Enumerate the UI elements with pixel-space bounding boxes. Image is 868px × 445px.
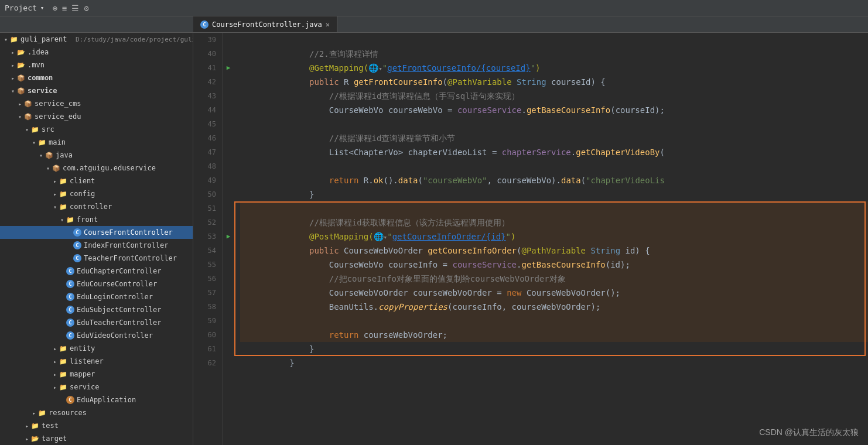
- tree-item-front[interactable]: 📁 front: [0, 213, 193, 226]
- toolbar-icon-1[interactable]: ⊕: [52, 4, 57, 13]
- tree-item-package[interactable]: 📦 com.atguigu.eduservice: [0, 162, 193, 174]
- arrow-service-cms: [16, 101, 23, 107]
- folder-icon-client: 📁: [59, 176, 68, 186]
- config-label: config: [70, 190, 95, 198]
- tree-item-service-top[interactable]: 📦 service: [0, 84, 193, 97]
- folder-icon-java: 📦: [45, 150, 54, 160]
- common-label: common: [28, 74, 53, 82]
- toolbar-icon-2[interactable]: ≡: [62, 4, 67, 13]
- eduteacher-label: EduTeacherController: [77, 319, 162, 327]
- tab-icon: C: [200, 20, 209, 29]
- arrow-controller: [52, 204, 59, 210]
- folder-icon-guli: 📁: [9, 35, 19, 44]
- dropdown-icon[interactable]: ▾: [40, 4, 45, 12]
- tree-item-service-edu[interactable]: 📦 service_edu: [0, 110, 193, 123]
- tree-item-service-cms[interactable]: 📦 service_cms: [0, 97, 193, 110]
- toolbar-icon-3[interactable]: ☰: [71, 4, 79, 13]
- java-c-icon-eduapp: C: [66, 395, 75, 405]
- folder-icon-listener: 📁: [59, 357, 68, 366]
- eduapp-label: EduApplication: [77, 396, 136, 404]
- code-line-61: }: [240, 342, 868, 356]
- java-label: java: [56, 151, 73, 159]
- tree-item-index-front[interactable]: C IndexFrontController: [0, 239, 193, 252]
- guli-parent-label: guli_parent D:/study/java/code/project/g…: [20, 35, 193, 43]
- java-c-icon-teacherfront: C: [73, 254, 82, 263]
- code-line-48: return R.ok().data("courseWebVo", course…: [240, 159, 868, 173]
- tree-item-service-nested[interactable]: 📁 service: [0, 381, 193, 393]
- code-line-50: [240, 187, 868, 201]
- package-label: com.atguigu.eduservice: [63, 164, 156, 172]
- tree-item-main[interactable]: 📁 main: [0, 136, 193, 149]
- tab-close-icon[interactable]: ✕: [326, 20, 330, 29]
- main-label: main: [49, 138, 66, 146]
- folder-icon-service-nested: 📁: [59, 382, 68, 392]
- code-line-59: return courseWebVoOrder;: [240, 314, 868, 328]
- folder-icon-package: 📦: [52, 163, 61, 173]
- educhapter-label: EduChapterController: [77, 267, 162, 275]
- editor-area: 39 40 41 42 43 44 45 46 47 48 49 50 51 5…: [193, 33, 868, 445]
- tree-item-resources[interactable]: 📁 resources: [0, 406, 193, 419]
- tree-item-entity[interactable]: 📁 entity: [0, 342, 193, 355]
- arrow-main: [30, 139, 37, 146]
- arrow-common: [9, 75, 16, 81]
- tree-item-client[interactable]: 📁 client: [0, 174, 193, 187]
- mvn-label: .mvn: [28, 61, 45, 69]
- project-label[interactable]: Project: [5, 4, 37, 12]
- tree-item-edu-app[interactable]: C EduApplication: [0, 393, 193, 406]
- tree-item-course-front-controller[interactable]: C CourseFrontController: [0, 226, 193, 239]
- tree-item-guli-parent[interactable]: 📁 guli_parent D:/study/java/code/project…: [0, 33, 193, 46]
- code-content[interactable]: //2.查询课程详情 @GetMapping(🌐▾"getFrontCourse…: [234, 33, 868, 445]
- tree-item-edu-course[interactable]: C EduCourseController: [0, 278, 193, 290]
- tree-item-teacher-front[interactable]: C TeacherFrontController: [0, 252, 193, 265]
- tree-item-common[interactable]: 📦 common: [0, 71, 193, 84]
- gutter: ▶ ▶: [223, 33, 234, 445]
- folder-icon-front: 📁: [66, 215, 75, 224]
- mapper-label: mapper: [70, 370, 95, 378]
- arrow-mvn: [9, 62, 16, 69]
- service-cms-label: service_cms: [35, 100, 81, 108]
- java-c-icon-coursefront: C: [73, 228, 82, 237]
- edulogin-label: EduLoginController: [77, 293, 153, 301]
- target-label: target: [42, 434, 67, 443]
- tree-item-java[interactable]: 📦 java: [0, 149, 193, 162]
- arrow-test: [23, 423, 30, 429]
- tree-item-idea[interactable]: 📂 .idea: [0, 46, 193, 59]
- folder-icon-config: 📁: [59, 189, 68, 198]
- tree-item-edu-login[interactable]: C EduLoginController: [0, 290, 193, 303]
- tab-coursefrontcontroller[interactable]: C CourseFrontController.java ✕: [193, 16, 337, 32]
- code-line-62: [240, 356, 868, 370]
- eduvideo-label: EduVideoController: [77, 331, 153, 340]
- arrow-front: [59, 217, 66, 223]
- tree-item-edu-chapter[interactable]: C EduChapterController: [0, 265, 193, 278]
- tree-item-edu-teacher[interactable]: C EduTeacherController: [0, 316, 193, 329]
- code-line-45: //根据课程id查询课程章节和小节: [240, 117, 868, 131]
- tab-label: CourseFrontController.java: [212, 20, 322, 29]
- tree-item-mvn[interactable]: 📂 .mvn: [0, 59, 193, 71]
- arrow-entity: [52, 345, 59, 352]
- arrow-package: [45, 165, 52, 172]
- tree-item-controller[interactable]: 📁 controller: [0, 200, 193, 213]
- arrow-config: [52, 191, 59, 197]
- client-label: client: [70, 177, 95, 185]
- tree-item-mapper[interactable]: 📁 mapper: [0, 368, 193, 381]
- toolbar-icon-4[interactable]: ⚙: [84, 4, 88, 13]
- listener-label: listener: [70, 357, 104, 365]
- arrow-listener: [52, 358, 59, 365]
- folder-icon-target: 📂: [30, 434, 40, 443]
- folder-icon-idea: 📂: [16, 47, 26, 57]
- tree-item-src[interactable]: 📁 src: [0, 123, 193, 136]
- tree-item-test[interactable]: 📁 test: [0, 419, 193, 432]
- tree-item-target[interactable]: 📂 target: [0, 432, 193, 445]
- watermark: CSDN @认真生活的灰太狼: [759, 427, 859, 438]
- test-label: test: [42, 422, 59, 430]
- code-line-39: //2.查询课程详情: [240, 33, 868, 47]
- tree-item-edu-video[interactable]: C EduVideoController: [0, 329, 193, 342]
- tree-item-config[interactable]: 📁 config: [0, 187, 193, 200]
- tree-item-listener[interactable]: 📁 listener: [0, 355, 193, 368]
- tree-item-edu-subject[interactable]: C EduSubjectController: [0, 303, 193, 316]
- resources-label: resources: [49, 409, 87, 417]
- tab-bar: C CourseFrontController.java ✕: [0, 16, 868, 33]
- arrow-service-top: [9, 88, 16, 94]
- folder-icon-mvn: 📂: [16, 60, 26, 70]
- teacherfront-label: TeacherFrontController: [84, 254, 177, 262]
